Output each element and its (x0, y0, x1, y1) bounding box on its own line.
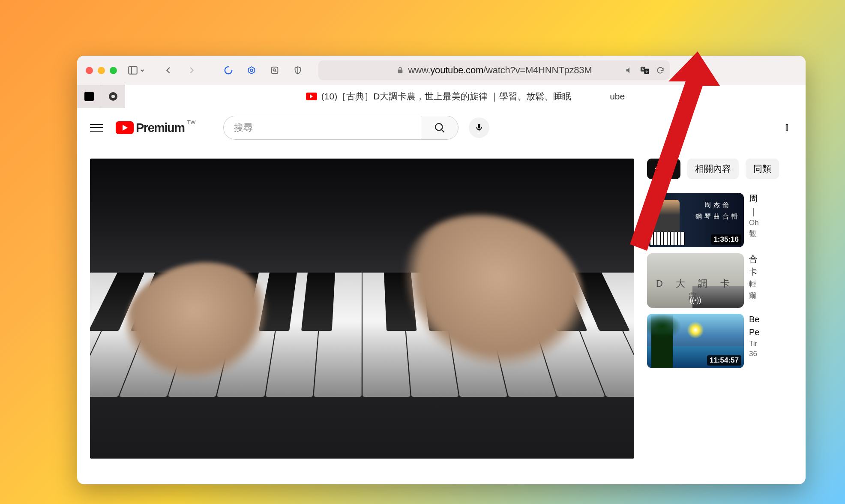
svg-text:A: A (642, 67, 644, 71)
thumbnail: 周杰倫鋼琴曲合輯 1:35:16 (647, 193, 744, 247)
lock-icon (396, 66, 404, 74)
pinned-tab-2[interactable] (101, 85, 125, 108)
hamburger-menu-button[interactable] (90, 124, 103, 132)
translate-icon[interactable]: A文 (640, 66, 650, 75)
rec-title: Be (749, 314, 759, 325)
pinned-tab-1[interactable] (77, 85, 101, 108)
live-badge: ((•)) (690, 297, 701, 304)
header-right-button[interactable] (782, 120, 797, 135)
url-text: www.youtube.com/watch?v=M4HNNTpz83M (408, 65, 592, 76)
youtube-logo-text: Premium (136, 121, 185, 135)
search-button[interactable] (421, 116, 458, 140)
microphone-icon (474, 123, 484, 132)
address-bar[interactable]: www.youtube.com/watch?v=M4HNNTpz83M A文 (318, 60, 670, 80)
svg-point-13 (111, 95, 115, 98)
sidebar-toggle-button[interactable] (127, 65, 145, 76)
youtube-header: Premium TW 搜尋 (77, 108, 806, 147)
back-button[interactable] (161, 63, 176, 78)
thumbnail: D 大 調 卡 農 ((•)) (647, 253, 744, 308)
tab-title-suffix: ube (610, 91, 625, 102)
active-tab[interactable]: (10)［古典］D大調卡農，世上最美的旋律 ｜學習、放鬆、睡眠 ube (125, 85, 806, 108)
youtube-logo-icon (116, 121, 134, 134)
svg-point-5 (273, 69, 276, 71)
duration-badge: 1:35:16 (711, 234, 741, 245)
voice-search-button[interactable] (469, 117, 489, 138)
video-player[interactable] (90, 159, 634, 459)
rec-title: 周 (749, 193, 759, 204)
minimize-window-button[interactable] (98, 67, 105, 74)
loading-spinner-icon (221, 63, 236, 78)
traffic-lights (86, 67, 117, 74)
svg-line-15 (441, 129, 444, 132)
audio-playing-icon[interactable] (625, 66, 634, 75)
forward-button[interactable] (184, 63, 199, 78)
duration-badge: 11:54:57 (707, 355, 741, 366)
recommendations-sidebar: 全部 相關內容 同類 周杰倫鋼琴曲合輯 1:35:16 周 ｜ Oh 觀 (647, 159, 806, 484)
svg-line-6 (275, 71, 276, 72)
youtube-logo[interactable]: Premium TW (116, 121, 185, 135)
chip-all[interactable]: 全部 (647, 159, 680, 179)
svg-rect-4 (272, 67, 278, 74)
search-input[interactable]: 搜尋 (223, 116, 421, 140)
recommendation-item[interactable]: 周杰倫鋼琴曲合輯 1:35:16 周 ｜ Oh 觀 (647, 193, 806, 247)
content-area: 全部 相關內容 同類 周杰倫鋼琴曲合輯 1:35:16 周 ｜ Oh 觀 (77, 147, 806, 484)
extension-icon[interactable] (244, 63, 259, 78)
svg-rect-16 (786, 125, 788, 131)
youtube-region-label: TW (187, 119, 195, 126)
close-window-button[interactable] (86, 67, 93, 74)
recommendation-item[interactable]: D 大 調 卡 農 ((•)) 合 卡 輕 爾 (647, 253, 806, 308)
youtube-favicon-icon (306, 93, 317, 100)
filter-chips: 全部 相關內容 同類 (647, 159, 806, 179)
tab-bar: (10)［古典］D大調卡農，世上最美的旋律 ｜學習、放鬆、睡眠 ube (77, 85, 806, 108)
thumbnail: 11:54:57 (647, 314, 744, 368)
maximize-window-button[interactable] (110, 67, 117, 74)
svg-rect-0 (129, 66, 137, 74)
search-icon (434, 122, 446, 134)
svg-point-14 (435, 123, 442, 130)
video-frame (90, 159, 634, 459)
search-page-button[interactable] (267, 63, 282, 78)
reload-button[interactable] (656, 66, 665, 75)
svg-text:文: 文 (645, 70, 648, 74)
svg-marker-2 (249, 67, 255, 74)
browser-window: www.youtube.com/watch?v=M4HNNTpz83M A文 (… (77, 56, 806, 484)
tab-title: (10)［古典］D大調卡農，世上最美的旋律 ｜學習、放鬆、睡眠 (321, 90, 571, 102)
recommendation-item[interactable]: 11:54:57 Be Pe Tir 36 (647, 314, 806, 368)
rec-title: 合 (749, 253, 758, 264)
chip-similar[interactable]: 同類 (746, 159, 779, 179)
browser-toolbar: www.youtube.com/watch?v=M4HNNTpz83M A文 (77, 56, 806, 85)
chip-related[interactable]: 相關內容 (687, 159, 739, 179)
shield-icon[interactable] (290, 63, 306, 78)
svg-point-3 (250, 69, 253, 72)
